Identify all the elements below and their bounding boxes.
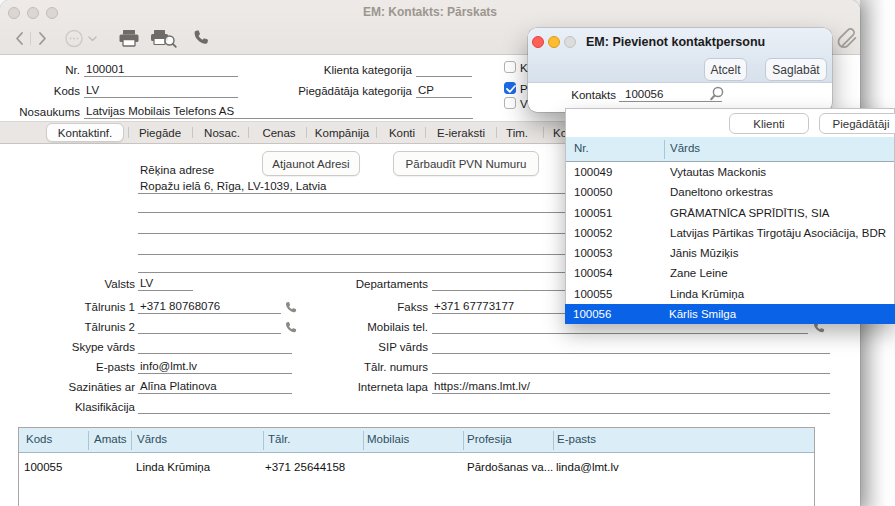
interneta-lapa-field[interactable]: https://mans.lmt.lv/ [432, 380, 830, 394]
close-button[interactable] [532, 36, 544, 48]
save-button[interactable]: Saglabāt [765, 58, 827, 81]
kontakts-label: Kontakts [538, 88, 616, 102]
dialog-titlebar: EM: Pievienot kontaktpersonu Atcelt Sagl… [528, 28, 832, 83]
col-separator [664, 140, 665, 159]
tab-nosac[interactable]: Nosac. [198, 126, 246, 140]
skype-label: Skype vārds [10, 340, 135, 354]
checkbox-v[interactable] [504, 97, 516, 109]
klienti-tab-button[interactable]: Klienti [729, 113, 809, 134]
cell-epasts: linda@lmt.lv [556, 461, 619, 473]
tab-separator [192, 127, 193, 138]
col-kods[interactable]: Kods [26, 433, 52, 445]
item-name: Vytautas Mackonis [670, 162, 766, 182]
nosaukums-field[interactable]: Latvijas Mobilais Telefons AS [84, 105, 473, 119]
back-icon[interactable] [14, 31, 25, 46]
tab-e-ieraksti[interactable]: E-ieraksti [428, 126, 494, 140]
list-item[interactable]: 100053Jānis Mūziķis [566, 243, 894, 263]
epasts-field[interactable]: info@lmt.lv [138, 360, 292, 374]
col-separator [463, 431, 464, 450]
col-separator [88, 431, 89, 450]
address-line-2[interactable] [138, 199, 578, 213]
talr-numurs-label: Tālr. numurs [320, 360, 428, 374]
skype-field[interactable] [138, 340, 292, 354]
valsts-field[interactable]: LV [138, 277, 193, 291]
address-line-5[interactable] [138, 259, 578, 273]
nr-label: Nr. [20, 63, 80, 77]
item-nr: 100053 [574, 243, 612, 263]
tab-separator [376, 127, 377, 138]
print-icon[interactable] [118, 29, 140, 47]
tab-kontaktinf[interactable]: Kontaktinf. [46, 126, 124, 140]
col-mobilais[interactable]: Mobilais [367, 433, 409, 445]
tab-konti[interactable]: Konti [380, 126, 424, 140]
valsts-label: Valsts [10, 277, 135, 291]
col-profesija[interactable]: Profesija [467, 433, 512, 445]
talrunis2-field[interactable] [138, 320, 281, 334]
contact-picker-dropdown: Klienti Piegādātāji Nr. Vārds 100049Vyta… [565, 108, 895, 323]
item-name: Linda Krūmiņa [670, 284, 744, 304]
dialog-title: EM: Pievienot kontaktpersonu [586, 35, 765, 49]
dial-phone2-icon[interactable] [284, 321, 297, 334]
tab-separator [543, 127, 544, 138]
refresh-address-button[interactable]: Atjaunot Adresi [262, 151, 360, 176]
paste-special-search-icon[interactable] [709, 86, 725, 103]
call-icon[interactable] [192, 29, 209, 46]
minimize-button[interactable] [548, 36, 560, 48]
talr-numurs-field[interactable] [432, 360, 830, 374]
screen: EM: Kontakts: Pārskats [0, 0, 895, 506]
tab-cenas[interactable]: Cenas [254, 126, 304, 140]
col-talr[interactable]: Tālr. [268, 433, 290, 445]
item-nr: 100052 [574, 223, 612, 243]
interneta-lapa-label: Interneta lapa [320, 380, 428, 394]
more-options-icon[interactable] [65, 29, 99, 48]
item-name: Latvijas Pārtikas Tirgotāju Asociācija, … [670, 223, 886, 243]
klasifikacija-field[interactable] [138, 400, 830, 414]
tab-kompanija[interactable]: Kompānija [310, 126, 374, 140]
address-line-3[interactable] [138, 220, 578, 234]
checkbox-k[interactable] [504, 61, 516, 73]
col-nr[interactable]: Nr. [574, 142, 589, 154]
kontakts-field[interactable]: 100056 [619, 88, 722, 102]
col-amats[interactable]: Amats [94, 433, 127, 445]
address-line-1[interactable]: Ropažu ielā 6, Rīga, LV-1039, Latvia [138, 180, 578, 194]
checkbox-p[interactable] [504, 82, 516, 94]
sip-field[interactable] [432, 340, 830, 354]
col-epasts[interactable]: E-pasts [557, 433, 596, 445]
tab-separator [248, 127, 249, 138]
item-nr: 100055 [574, 284, 612, 304]
attachments-paperclip-icon[interactable] [836, 25, 858, 49]
window-title: EM: Kontakts: Pārskats [0, 5, 860, 19]
klienta-kategorija-field[interactable] [416, 63, 472, 77]
check-vat-button[interactable]: Pārbaudīt PVN Numuru [393, 151, 539, 176]
list-item[interactable]: 100051GRĀMATNĪCA SPRĪDĪTIS, SIA [566, 203, 894, 223]
cancel-button[interactable]: Atcelt [704, 58, 747, 81]
tab-separator [128, 127, 129, 138]
list-item[interactable]: 100049Vytautas Mackonis [566, 162, 894, 182]
dial-phone1-icon[interactable] [284, 301, 297, 314]
zoom-button[interactable] [564, 36, 576, 48]
kods-field[interactable]: LV [84, 84, 238, 98]
sazinaties-field[interactable]: Alīna Platinova [138, 380, 292, 394]
departaments-field[interactable] [432, 277, 578, 291]
talrunis1-field[interactable]: +371 80768076 [138, 300, 281, 314]
list-item[interactable]: 100050Daneltono orkestras [566, 182, 894, 202]
checkbox-v-label: V [520, 98, 528, 110]
contact-persons-table: Kods Amats Vārds Tālr. Mobilais Profesij… [18, 427, 815, 506]
tab-tim[interactable]: Tim. [500, 126, 534, 140]
tab-piegade[interactable]: Piegāde [132, 126, 188, 140]
list-item[interactable]: 100054Zane Leine [566, 263, 894, 283]
col-vards[interactable]: Vārds [137, 433, 167, 445]
toolbar-separator [30, 32, 31, 45]
forward-icon[interactable] [37, 31, 48, 46]
address-line-4[interactable] [138, 241, 578, 255]
list-item[interactable]: 100055Linda Krūmiņa [566, 284, 894, 304]
piegadataja-kategorija-field[interactable]: CP [416, 84, 472, 98]
nr-field[interactable]: 100001 [84, 63, 238, 77]
piegadataji-tab-button[interactable]: Piegādātāji [819, 113, 895, 134]
col-vards[interactable]: Vārds [670, 142, 700, 154]
col-separator [131, 431, 132, 450]
print-preview-icon[interactable] [150, 29, 177, 48]
cell-kods: 100055 [24, 461, 62, 473]
list-item[interactable]: 100052Latvijas Pārtikas Tirgotāju Asociā… [566, 223, 894, 243]
list-item-selected[interactable]: 100056Kārlis Smilga [565, 304, 895, 324]
